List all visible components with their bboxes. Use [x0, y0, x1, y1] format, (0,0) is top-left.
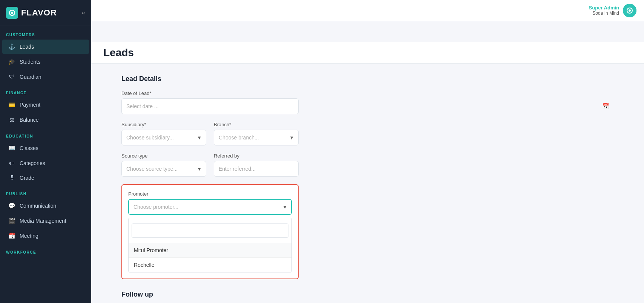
sidebar-item-guardian[interactable]: 🛡 Guardian: [2, 70, 89, 84]
branch-select-wrapper: Choose branch... ▼: [214, 130, 299, 145]
sidebar-section-workforce: WORKFORCE: [0, 243, 91, 257]
source-type-select[interactable]: Choose source type...: [121, 161, 206, 177]
sidebar-item-students[interactable]: 🎓 Students: [2, 55, 89, 69]
referred-by-label: Referred by: [214, 153, 299, 159]
promoter-option-rochelle[interactable]: Rochelle: [129, 258, 291, 272]
subsidiary-col: Subsidiary* Choose subsidiary... ▼: [121, 122, 206, 145]
sidebar-item-leads[interactable]: ⚓ Leads: [2, 40, 89, 54]
payment-icon: 💳: [8, 101, 15, 108]
sidebar-item-payment[interactable]: 💳 Payment: [2, 98, 89, 112]
page-title-bar: Leads: [91, 42, 644, 64]
source-type-select-wrapper: Choose source type... ▼: [121, 161, 206, 177]
lead-details-title: Lead Details: [121, 75, 614, 83]
main-content: Leads Lead Details Date of Lead* 📅 Subsi…: [91, 21, 644, 303]
user-company: Soda In Mind: [589, 11, 619, 16]
source-type-col: Source type Choose source type... ▼: [121, 153, 206, 177]
subsidiary-select[interactable]: Choose subsidiary...: [121, 130, 206, 145]
promoter-select[interactable]: Choose promoter...: [128, 199, 292, 215]
promoter-dropdown-open: Mitul Promoter Rochelle: [128, 218, 292, 272]
sidebar-item-classes[interactable]: 📖 Classes: [2, 141, 89, 155]
subsidiary-branch-row: Subsidiary* Choose subsidiary... ▼ Branc…: [121, 122, 299, 145]
subsidiary-select-wrapper: Choose subsidiary... ▼: [121, 130, 206, 145]
calendar-icon: 📅: [602, 103, 609, 110]
branch-label: Branch*: [214, 122, 299, 127]
date-input-wrapper: 📅: [121, 98, 614, 114]
user-info: Super Admin Soda In Mind: [589, 4, 636, 17]
sidebar-header: FLAVOR «: [0, 0, 91, 26]
guardian-icon: 🛡: [8, 73, 15, 80]
promoter-search-input[interactable]: [132, 223, 288, 238]
leads-icon: ⚓: [8, 43, 15, 50]
promoter-option-mitul[interactable]: Mitul Promoter: [129, 243, 291, 258]
promoter-search-wrapper: [129, 218, 291, 243]
sidebar-section-customers: CUSTOMERS: [0, 26, 91, 39]
user-text: Super Admin Soda In Mind: [589, 5, 619, 16]
follow-up-title: Follow up: [121, 291, 614, 298]
sidebar: FLAVOR « CUSTOMERS ⚓ Leads 🎓 Students 🛡 …: [0, 0, 91, 303]
source-referred-row: Source type Choose source type... ▼ Refe…: [121, 153, 299, 177]
date-of-lead-label: Date of Lead*: [121, 90, 614, 96]
referred-by-input[interactable]: [214, 161, 299, 177]
user-name: Super Admin: [589, 5, 619, 11]
promoter-box: Promoter Choose promoter... ▼ Mitul Prom…: [121, 184, 299, 279]
sidebar-item-categories[interactable]: 🏷 Categories: [2, 156, 89, 170]
referred-by-col: Referred by: [214, 153, 299, 177]
classes-icon: 📖: [8, 145, 15, 152]
sidebar-item-meeting[interactable]: 📅 Meeting: [2, 229, 89, 243]
grade-icon: 🎖: [8, 174, 15, 181]
source-type-label: Source type: [121, 153, 206, 159]
date-of-lead-input[interactable]: [121, 98, 299, 114]
page-title: Leads: [103, 47, 632, 59]
categories-icon: 🏷: [8, 160, 15, 166]
students-icon: 🎓: [8, 58, 15, 65]
sidebar-section-education: EDUCATION: [0, 127, 91, 141]
media-icon: 🎬: [8, 217, 15, 224]
content-area: Lead Details Date of Lead* 📅 Subsidiary*…: [91, 64, 644, 303]
avatar: [623, 4, 636, 17]
branch-col: Branch* Choose branch... ▼: [214, 122, 299, 145]
sidebar-item-balance[interactable]: ⚖ Balance: [2, 113, 89, 127]
sidebar-item-media-management[interactable]: 🎬 Media Management: [2, 214, 89, 228]
subsidiary-label: Subsidiary*: [121, 122, 206, 127]
sidebar-section-finance: FINANCE: [0, 84, 91, 97]
svg-point-5: [629, 9, 631, 12]
date-of-lead-group: Date of Lead* 📅: [121, 90, 614, 114]
promoter-label: Promoter: [128, 191, 292, 197]
topbar: Super Admin Soda In Mind: [91, 0, 644, 21]
svg-point-2: [11, 12, 13, 14]
meeting-icon: 📅: [8, 233, 15, 239]
sidebar-section-publish: PUBLISH: [0, 185, 91, 198]
communication-icon: 💬: [8, 202, 15, 209]
sidebar-item-grade[interactable]: 🎖 Grade: [2, 171, 89, 185]
promoter-select-wrapper: Choose promoter... ▼: [128, 199, 292, 215]
app-logo: FLAVOR: [6, 7, 57, 19]
sidebar-item-communication[interactable]: 💬 Communication: [2, 199, 89, 213]
branch-select[interactable]: Choose branch...: [214, 130, 299, 145]
sidebar-collapse-button[interactable]: «: [82, 9, 85, 16]
balance-icon: ⚖: [8, 116, 15, 123]
